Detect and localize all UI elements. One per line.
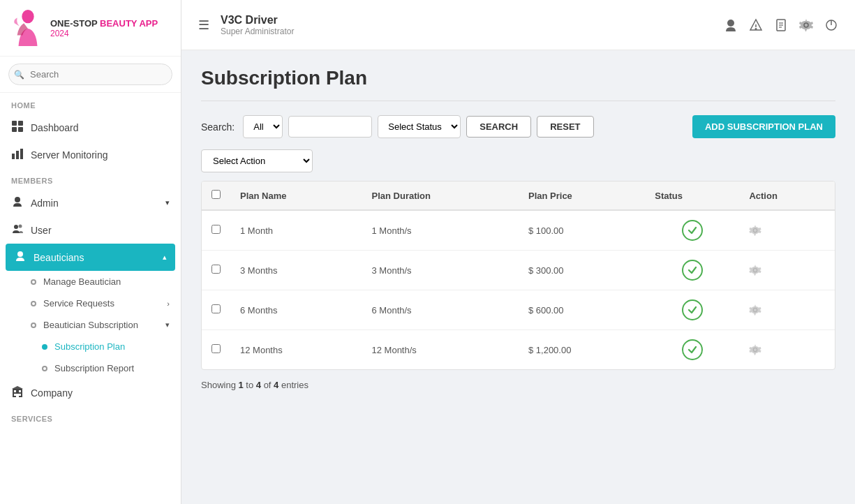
gear-button[interactable] xyxy=(749,224,761,237)
gear-button[interactable] xyxy=(749,343,761,356)
header-plan-name: Plan Name xyxy=(230,181,362,210)
search-button[interactable]: SEARCH xyxy=(466,116,531,138)
sidebar-sub-item-service-requests[interactable]: Service Requests › xyxy=(0,292,181,314)
sidebar-sub-item-beautician-subscription[interactable]: Beautician Subscription ▾ xyxy=(0,314,181,336)
section-label-members: MEMBERS xyxy=(0,168,181,189)
sidebar-item-label-beauticians: Beauticians xyxy=(34,252,84,263)
content-area: Subscription Plan Search: All Select Sta… xyxy=(181,50,855,504)
section-label-services: SERVICES xyxy=(0,406,181,427)
svg-rect-15 xyxy=(19,390,21,392)
sidebar-sub-item-manage-beautician[interactable]: Manage Beautician xyxy=(0,271,181,292)
row-plan-duration: 3 Month/s xyxy=(362,251,519,290)
chevron-up-icon: ▴ xyxy=(163,253,167,262)
grid-icon xyxy=(11,121,24,134)
sub-dot-subscription-report xyxy=(42,366,47,371)
sidebar-item-label-user: User xyxy=(31,225,52,236)
svg-rect-14 xyxy=(14,390,16,392)
header-title-area: V3C Driver Super Administrator xyxy=(221,14,724,36)
sidebar-sub-label-manage-beautician: Manage Beautician xyxy=(43,276,121,287)
bar-chart-icon xyxy=(11,148,24,161)
person-badge-icon xyxy=(14,251,27,264)
subscription-table: Plan Name Plan Duration Plan Price Statu… xyxy=(202,181,835,369)
action-bar: Select Action Delete xyxy=(201,149,835,172)
row-status xyxy=(645,210,739,251)
sidebar-item-server-monitoring[interactable]: Server Monitoring xyxy=(0,141,181,168)
sidebar: ONE-STOP BEAUTY APP 2024 HOME Dashboard … xyxy=(0,0,181,504)
header-action: Action xyxy=(739,181,835,210)
section-label-home: HOME xyxy=(0,93,181,114)
table-row: 12 Months 12 Month/s $ 1,200.00 xyxy=(202,330,835,370)
row-checkbox-cell xyxy=(202,210,230,251)
table-row: 1 Month 1 Month/s $ 100.00 xyxy=(202,210,835,251)
svg-rect-4 xyxy=(18,127,23,132)
sidebar-item-admin[interactable]: Admin ▾ xyxy=(0,189,181,216)
reset-button[interactable]: RESET xyxy=(537,116,593,138)
filter-type-select[interactable]: All xyxy=(243,115,283,138)
sidebar-item-beauticians[interactable]: Beauticians ▴ xyxy=(6,244,175,271)
sidebar-sub-label-subscription-report: Subscription Report xyxy=(54,363,134,373)
sidebar-sub-label-beautician-subscription: Beautician Subscription xyxy=(43,320,138,330)
sidebar-item-user[interactable]: User xyxy=(0,216,181,244)
search-input[interactable] xyxy=(8,64,172,85)
chevron-down-icon-2: ▾ xyxy=(165,320,170,329)
sub-dot-manage-beautician xyxy=(31,279,36,285)
alert-icon[interactable] xyxy=(749,18,763,32)
row-checkbox[interactable] xyxy=(211,265,221,274)
svg-rect-6 xyxy=(16,151,19,159)
add-subscription-plan-button[interactable]: ADD SUBSCRIPTION PLAN xyxy=(692,115,835,138)
sidebar-item-company[interactable]: Company xyxy=(0,379,181,406)
sub-dot-service-requests xyxy=(31,301,36,306)
status-check-icon xyxy=(682,339,703,360)
header: ☰ V3C Driver Super Administrator xyxy=(181,0,855,50)
svg-rect-7 xyxy=(20,149,23,159)
filter-status-select[interactable]: Select Status Active Inactive xyxy=(378,115,461,138)
row-plan-name: 12 Months xyxy=(230,330,362,370)
svg-point-8 xyxy=(15,197,20,202)
action-select[interactable]: Select Action Delete xyxy=(201,149,313,172)
power-icon[interactable] xyxy=(824,18,838,32)
sidebar-sub-item-subscription-report[interactable]: Subscription Report xyxy=(0,357,181,379)
sidebar-item-label-admin: Admin xyxy=(31,198,59,209)
hamburger-icon[interactable]: ☰ xyxy=(198,17,209,33)
document-icon[interactable] xyxy=(774,18,788,32)
row-plan-duration: 12 Month/s xyxy=(362,330,519,370)
row-checkbox-cell xyxy=(202,330,230,370)
svg-point-0 xyxy=(22,10,34,23)
user-icon[interactable] xyxy=(724,18,738,32)
row-checkbox-cell xyxy=(202,251,230,290)
svg-rect-1 xyxy=(12,121,17,126)
row-plan-price: $ 600.00 xyxy=(519,290,645,330)
svg-rect-12 xyxy=(18,255,22,256)
row-checkbox[interactable] xyxy=(211,304,221,313)
svg-rect-3 xyxy=(12,127,17,132)
header-icons-area xyxy=(724,18,838,32)
title-divider xyxy=(201,101,835,101)
svg-point-9 xyxy=(14,225,18,229)
row-status xyxy=(645,330,739,370)
row-action xyxy=(739,210,835,251)
sidebar-search-wrapper xyxy=(0,57,181,93)
showing-text: Showing 1 to 4 of 4 entries xyxy=(201,380,835,390)
sidebar-item-dashboard[interactable]: Dashboard xyxy=(0,114,181,141)
gear-button[interactable] xyxy=(749,304,761,316)
gear-button[interactable] xyxy=(749,264,761,276)
sidebar-sub-item-subscription-plan[interactable]: Subscription Plan xyxy=(0,336,181,357)
row-checkbox[interactable] xyxy=(211,225,221,234)
row-checkbox[interactable] xyxy=(211,344,221,353)
row-checkbox-cell xyxy=(202,290,230,330)
svg-rect-5 xyxy=(12,154,15,159)
row-plan-duration: 1 Month/s xyxy=(362,210,519,251)
row-plan-price: $ 300.00 xyxy=(519,251,645,290)
row-plan-name: 6 Months xyxy=(230,290,362,330)
svg-point-20 xyxy=(727,20,734,27)
select-all-checkbox[interactable] xyxy=(211,190,221,199)
row-action xyxy=(739,251,835,290)
status-check-icon xyxy=(682,260,703,281)
sidebar-item-label-dashboard: Dashboard xyxy=(31,122,79,133)
sidebar-logo: ONE-STOP BEAUTY APP 2024 xyxy=(0,0,181,57)
settings-icon[interactable] xyxy=(799,18,813,32)
showing-to: 4 xyxy=(256,380,261,390)
filter-label: Search: xyxy=(201,121,235,133)
svg-rect-18 xyxy=(16,394,19,397)
filter-search-input[interactable] xyxy=(288,116,372,138)
